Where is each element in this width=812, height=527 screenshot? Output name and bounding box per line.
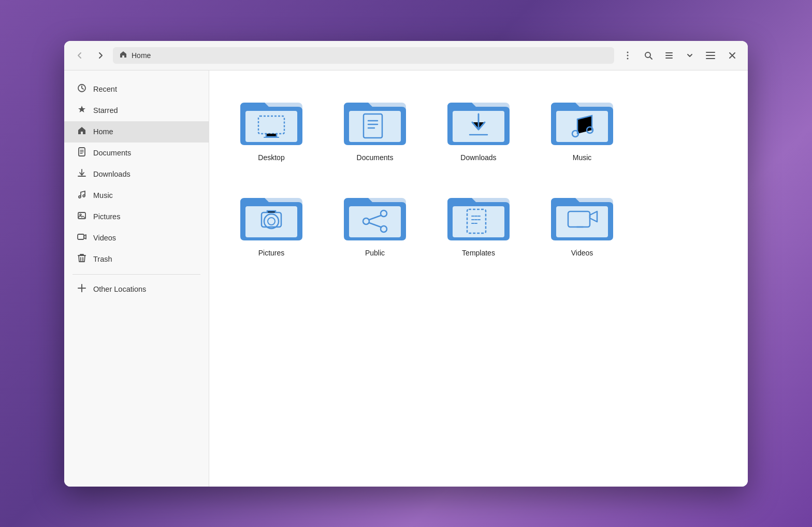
recent-icon [77,83,87,95]
svg-rect-8 [706,55,715,56]
home-icon [77,126,87,138]
location-home-icon [119,50,127,61]
svg-rect-5 [665,55,673,56]
sidebar-item-label: Trash [93,255,112,263]
sidebar-item-music[interactable]: Music [64,185,209,206]
pictures-folder-icon [238,187,305,244]
downloads-folder-icon [445,91,512,148]
search-button[interactable] [639,46,658,65]
forward-button[interactable] [92,47,109,64]
sidebar-item-label: Music [93,191,113,200]
sidebar-item-label: Downloads [93,170,130,178]
folder-desktop[interactable]: Desktop [230,87,313,166]
public-folder-icon [341,187,409,244]
sidebar: Recent Starred Home [64,70,209,487]
file-grid: Desktop Documents [230,87,727,261]
location-text: Home [132,51,151,60]
svg-rect-20 [264,137,279,138]
file-area: Desktop Documents [209,70,748,487]
sidebar-item-home[interactable]: Home [64,121,209,143]
pictures-label: Pictures [258,249,285,257]
videos-icon [77,232,87,244]
folder-videos[interactable]: Videos [541,182,624,261]
close-button[interactable] [724,47,741,64]
list-view-button[interactable] [660,46,678,65]
videos-label: Videos [571,249,593,257]
sidebar-item-documents[interactable]: Documents [64,143,209,164]
starred-icon [77,105,87,117]
downloads-label: Downloads [460,153,496,162]
desktop-folder-icon [238,91,305,148]
pictures-icon [77,211,87,223]
svg-rect-7 [706,52,715,53]
back-button[interactable] [71,47,88,64]
svg-rect-16 [78,234,84,239]
folder-pictures[interactable]: Pictures [230,182,313,261]
main-content: Recent Starred Home [64,70,748,487]
sidebar-item-label: Videos [93,234,116,242]
sidebar-divider [72,274,200,275]
sidebar-item-label: Home [93,127,113,136]
svg-point-0 [627,51,629,53]
sidebar-item-trash[interactable]: Trash [64,249,209,270]
sidebar-item-label: Pictures [93,212,120,221]
desktop-label: Desktop [258,153,284,162]
sidebar-item-other-locations[interactable]: Other Locations [64,279,209,300]
sidebar-item-downloads[interactable]: Downloads [64,164,209,185]
sidebar-item-label: Documents [93,149,131,157]
music-icon [77,190,87,202]
sidebar-item-label: Recent [93,85,117,93]
music-folder-icon [548,91,616,148]
svg-point-12 [79,196,81,198]
menu-button[interactable] [618,46,637,65]
music-label: Music [573,153,592,162]
videos-folder-icon [548,187,616,244]
svg-point-13 [83,195,85,197]
svg-point-2 [627,58,629,59]
documents-icon [77,147,87,159]
downloads-icon [77,168,87,180]
location-bar[interactable]: Home [113,47,614,64]
public-label: Public [365,249,385,257]
trash-icon [77,253,87,265]
hamburger-menu-button[interactable] [701,46,720,65]
svg-rect-36 [349,206,401,237]
sidebar-item-label: Other Locations [93,285,146,293]
sort-dropdown-button[interactable] [680,46,699,65]
sidebar-item-recent[interactable]: Recent [64,79,209,100]
toolbar: Home [64,41,748,70]
templates-folder-icon [445,187,512,244]
folder-documents[interactable]: Documents [334,87,416,166]
toolbar-actions [618,46,741,65]
folder-templates[interactable]: Templates [437,182,520,261]
folder-public[interactable]: Public [334,182,416,261]
documents-folder-icon [341,91,409,148]
other-locations-icon [77,283,87,295]
svg-rect-6 [665,58,673,59]
svg-point-1 [627,54,629,56]
sidebar-item-starred[interactable]: Starred [64,100,209,121]
sidebar-item-label: Starred [93,106,118,115]
folder-downloads[interactable]: Downloads [437,87,520,166]
sidebar-item-videos[interactable]: Videos [64,227,209,249]
documents-label: Documents [357,153,394,162]
sidebar-item-pictures[interactable]: Pictures [64,206,209,227]
folder-music[interactable]: Music [541,87,624,166]
svg-rect-4 [665,52,673,53]
templates-label: Templates [462,249,495,257]
file-manager-window: Home [64,41,748,487]
svg-rect-9 [706,58,715,59]
